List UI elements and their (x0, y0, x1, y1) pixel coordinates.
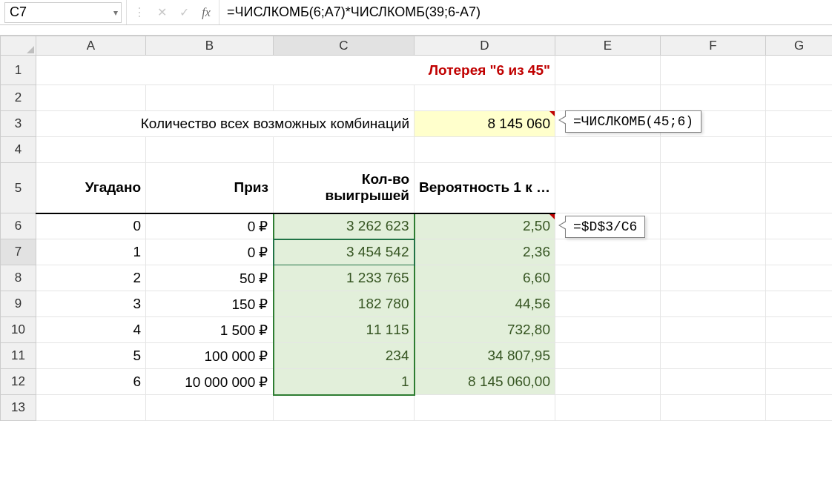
cell[interactable] (415, 85, 555, 111)
cell[interactable]: 1 (36, 239, 146, 265)
cell[interactable]: 50 ₽ (146, 265, 274, 291)
cell[interactable] (661, 343, 766, 369)
col-header-G[interactable]: G (766, 36, 833, 56)
cell[interactable]: 8 145 060,00 (415, 369, 555, 395)
cell[interactable] (146, 395, 274, 421)
comment-indicator-icon[interactable] (549, 214, 555, 219)
header-wins[interactable]: Кол-во выигрышей (274, 163, 415, 213)
formula-expand-icon[interactable]: ⋮ (133, 5, 146, 19)
cell[interactable] (146, 137, 274, 163)
cell[interactable]: 100 000 ₽ (146, 343, 274, 369)
cell[interactable] (274, 85, 415, 111)
cell[interactable] (766, 56, 833, 85)
cell[interactable] (661, 395, 766, 421)
name-box-dropdown-icon[interactable]: ▾ (113, 7, 118, 18)
cell[interactable] (766, 291, 833, 317)
cell[interactable] (661, 317, 766, 343)
cell[interactable] (766, 111, 833, 137)
cell[interactable] (661, 163, 766, 213)
cell[interactable] (36, 85, 146, 111)
cell[interactable]: 2,36 (415, 239, 555, 265)
cell[interactable] (766, 369, 833, 395)
cell[interactable]: 5 (36, 343, 146, 369)
row-header-10[interactable]: 10 (1, 317, 36, 343)
cell[interactable]: 0 ₽ (146, 239, 274, 265)
cell[interactable] (555, 85, 661, 111)
cell[interactable] (661, 137, 766, 163)
cell[interactable] (766, 137, 833, 163)
cell[interactable]: 34 807,95 (415, 343, 555, 369)
cell[interactable] (555, 343, 661, 369)
comment-indicator-icon[interactable] (549, 111, 555, 116)
select-all-corner[interactable] (1, 36, 36, 56)
formula-input[interactable] (219, 4, 832, 20)
cell[interactable]: 10 000 000 ₽ (146, 369, 274, 395)
enter-icon[interactable]: ✓ (177, 5, 191, 19)
cell[interactable] (555, 395, 661, 421)
row-header-9[interactable]: 9 (1, 291, 36, 317)
cell[interactable] (766, 395, 833, 421)
row-header-11[interactable]: 11 (1, 343, 36, 369)
cell[interactable] (766, 317, 833, 343)
cell[interactable]: 234 (274, 343, 415, 369)
cell[interactable] (661, 369, 766, 395)
cell[interactable] (36, 395, 146, 421)
cell[interactable]: 2,50 (415, 213, 555, 239)
cell[interactable] (766, 343, 833, 369)
cell[interactable] (555, 137, 661, 163)
row-header-1[interactable]: 1 (1, 56, 36, 85)
cell[interactable] (274, 137, 415, 163)
cell[interactable]: 6 (36, 369, 146, 395)
cell[interactable]: 11 115 (274, 317, 415, 343)
grid[interactable]: A B C D E F G 1 Лотерея "6 из 45" 2 3 Ко… (0, 36, 832, 421)
cell[interactable] (766, 239, 833, 265)
cell[interactable]: 0 (36, 213, 146, 239)
cell[interactable]: 150 ₽ (146, 291, 274, 317)
cell[interactable]: 44,56 (415, 291, 555, 317)
cell[interactable]: 2 (36, 265, 146, 291)
row-header-3[interactable]: 3 (1, 111, 36, 137)
combo-label[interactable]: Количество всех возможных комбинаций (36, 111, 415, 137)
cell[interactable] (661, 291, 766, 317)
row-header-5[interactable]: 5 (1, 163, 36, 213)
row-header-6[interactable]: 6 (1, 213, 36, 239)
cell[interactable] (766, 85, 833, 111)
row-header-2[interactable]: 2 (1, 85, 36, 111)
row-header-7[interactable]: 7 (1, 239, 36, 265)
cell[interactable]: 732,80 (415, 317, 555, 343)
cell[interactable] (555, 239, 661, 265)
cell[interactable] (415, 137, 555, 163)
fx-icon[interactable]: fx (199, 6, 213, 19)
cell[interactable] (146, 85, 274, 111)
row-header-4[interactable]: 4 (1, 137, 36, 163)
cell[interactable] (415, 395, 555, 421)
cell[interactable] (555, 163, 661, 213)
row-header-12[interactable]: 12 (1, 369, 36, 395)
col-header-F[interactable]: F (661, 36, 766, 56)
row-header-8[interactable]: 8 (1, 265, 36, 291)
col-header-B[interactable]: B (146, 36, 274, 56)
cell[interactable] (766, 163, 833, 213)
title-cell[interactable]: Лотерея "6 из 45" (36, 56, 555, 85)
header-prob[interactable]: Вероятность 1 к … (415, 163, 555, 213)
cell[interactable] (766, 213, 833, 239)
cell[interactable] (661, 85, 766, 111)
cell[interactable]: 1 (274, 369, 415, 395)
cell[interactable] (555, 317, 661, 343)
col-header-D[interactable]: D (415, 36, 555, 56)
formula-bar-expand-strip[interactable] (0, 25, 832, 36)
cell[interactable] (661, 239, 766, 265)
cell[interactable] (555, 265, 661, 291)
row-header-13[interactable]: 13 (1, 395, 36, 421)
combo-value[interactable]: 8 145 060 (415, 111, 555, 137)
cell[interactable]: 1 500 ₽ (146, 317, 274, 343)
cell[interactable]: 3 262 623 (274, 213, 415, 239)
cell[interactable]: 182 780 (274, 291, 415, 317)
cell[interactable]: 4 (36, 317, 146, 343)
header-prize[interactable]: Приз (146, 163, 274, 213)
cell[interactable] (555, 56, 661, 85)
cell[interactable] (555, 369, 661, 395)
selected-cell[interactable]: 3 454 542 (274, 239, 415, 265)
name-box[interactable]: C7 ▾ (4, 2, 122, 23)
cell[interactable] (661, 213, 766, 239)
